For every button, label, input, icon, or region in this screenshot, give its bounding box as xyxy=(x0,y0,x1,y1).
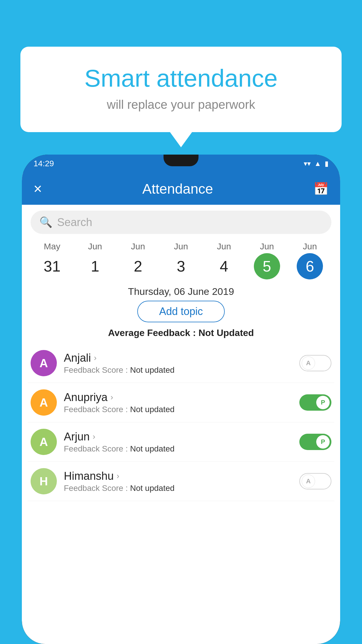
student-name: Himanshu › xyxy=(64,470,292,482)
student-name: Anupriya › xyxy=(64,391,292,404)
search-bar[interactable]: 🔍 Search xyxy=(31,211,331,234)
attendance-toggle[interactable]: P xyxy=(299,434,331,450)
student-info: Himanshu ›Feedback Score : Not updated xyxy=(64,470,292,493)
search-input[interactable]: Search xyxy=(57,216,92,229)
bubble-title: Smart attendance xyxy=(44,64,318,92)
student-item[interactable]: AAnupriya ›Feedback Score : Not updatedP xyxy=(28,383,334,422)
student-feedback-score: Feedback Score : Not updated xyxy=(64,444,292,454)
bubble-subtitle: will replace your paperwork xyxy=(44,98,318,112)
attendance-toggle[interactable]: P xyxy=(299,394,331,411)
calendar-day[interactable]: Jun5 xyxy=(252,242,282,279)
toggle-knob: A xyxy=(302,475,315,488)
status-icons: ▾▾ ▲ ▮ xyxy=(304,160,328,168)
student-info: Anupriya ›Feedback Score : Not updated xyxy=(64,391,292,414)
toggle-knob: A xyxy=(302,356,315,370)
student-item[interactable]: HHimanshu ›Feedback Score : Not updatedA xyxy=(28,462,334,501)
cal-day-number[interactable]: 2 xyxy=(125,253,151,279)
toggle-switch[interactable]: A xyxy=(299,355,331,371)
student-avatar: H xyxy=(31,468,57,494)
cal-day-number[interactable]: 31 xyxy=(39,253,65,279)
toggle-switch[interactable]: P xyxy=(299,394,331,411)
search-icon: 🔍 xyxy=(39,216,52,228)
cal-month-label: Jun xyxy=(217,242,231,251)
toggle-switch[interactable]: P xyxy=(299,434,331,450)
toggle-knob: P xyxy=(316,396,330,409)
student-feedback-score: Feedback Score : Not updated xyxy=(64,484,292,493)
calendar-day[interactable]: Jun4 xyxy=(209,242,238,279)
add-topic-button[interactable]: Add topic xyxy=(137,301,225,322)
chevron-icon: › xyxy=(117,471,119,481)
toggle-knob: P xyxy=(316,435,330,449)
cal-month-label: Jun xyxy=(88,242,102,251)
student-avatar: A xyxy=(31,429,57,455)
calendar-day[interactable]: Jun1 xyxy=(80,242,110,279)
cal-month-label: Jun xyxy=(260,242,274,251)
phone-notch xyxy=(164,155,198,166)
speech-bubble: Smart attendance will replace your paper… xyxy=(20,47,342,132)
chevron-icon: › xyxy=(110,393,113,402)
chevron-icon: › xyxy=(94,353,96,363)
status-time: 14:29 xyxy=(34,159,54,168)
avg-feedback-label: Average Feedback : xyxy=(108,328,196,338)
attendance-toggle[interactable]: A xyxy=(299,473,331,489)
signal-icon: ▲ xyxy=(314,160,321,168)
cal-day-number[interactable]: 4 xyxy=(211,253,237,279)
cal-month-label: Jun xyxy=(131,242,145,251)
cal-day-number[interactable]: 5 xyxy=(254,253,280,279)
calendar-icon[interactable]: 📅 xyxy=(313,182,328,196)
student-info: Anjali ›Feedback Score : Not updated xyxy=(64,352,292,375)
calendar-day[interactable]: Jun3 xyxy=(166,242,196,279)
toggle-switch[interactable]: A xyxy=(299,473,331,489)
phone-screen: × Attendance 📅 🔍 Search May31Jun1Jun2Jun… xyxy=(22,173,340,644)
avg-feedback-value: Not Updated xyxy=(198,328,254,338)
phone-frame: 14:29 ▾▾ ▲ ▮ × Attendance 📅 🔍 Search May… xyxy=(22,155,340,644)
cal-month-label: Jun xyxy=(174,242,188,251)
avg-feedback: Average Feedback : Not Updated xyxy=(22,328,340,338)
calendar-day[interactable]: Jun6 xyxy=(295,242,324,279)
cal-day-number[interactable]: 1 xyxy=(82,253,108,279)
student-avatar: A xyxy=(31,350,57,376)
attendance-toggle[interactable]: A xyxy=(299,355,331,371)
close-button[interactable]: × xyxy=(34,180,42,197)
wifi-icon: ▾▾ xyxy=(304,160,311,168)
cal-month-label: Jun xyxy=(303,242,317,251)
chevron-icon: › xyxy=(93,432,95,441)
student-feedback-score: Feedback Score : Not updated xyxy=(64,365,292,375)
battery-icon: ▮ xyxy=(325,160,328,168)
app-header: × Attendance 📅 xyxy=(22,173,340,205)
student-name: Arjun › xyxy=(64,430,292,443)
student-list: AAnjali ›Feedback Score : Not updatedAAA… xyxy=(22,344,340,501)
student-feedback-score: Feedback Score : Not updated xyxy=(64,405,292,414)
calendar-strip: May31Jun1Jun2Jun3Jun4Jun5Jun6 xyxy=(22,237,340,279)
cal-day-number[interactable]: 3 xyxy=(168,253,194,279)
cal-month-label: May xyxy=(44,242,60,251)
student-avatar: A xyxy=(31,389,57,416)
screen-title: Attendance xyxy=(142,181,213,197)
student-item[interactable]: AArjun ›Feedback Score : Not updatedP xyxy=(28,422,334,462)
cal-day-number[interactable]: 6 xyxy=(297,253,323,279)
student-info: Arjun ›Feedback Score : Not updated xyxy=(64,430,292,454)
student-item[interactable]: AAnjali ›Feedback Score : Not updatedA xyxy=(28,344,334,383)
status-bar: 14:29 ▾▾ ▲ ▮ xyxy=(22,155,340,173)
calendar-day[interactable]: Jun2 xyxy=(124,242,153,279)
student-name: Anjali › xyxy=(64,352,292,364)
selected-date-label: Thursday, 06 June 2019 xyxy=(22,279,340,301)
calendar-day[interactable]: May31 xyxy=(38,242,67,279)
